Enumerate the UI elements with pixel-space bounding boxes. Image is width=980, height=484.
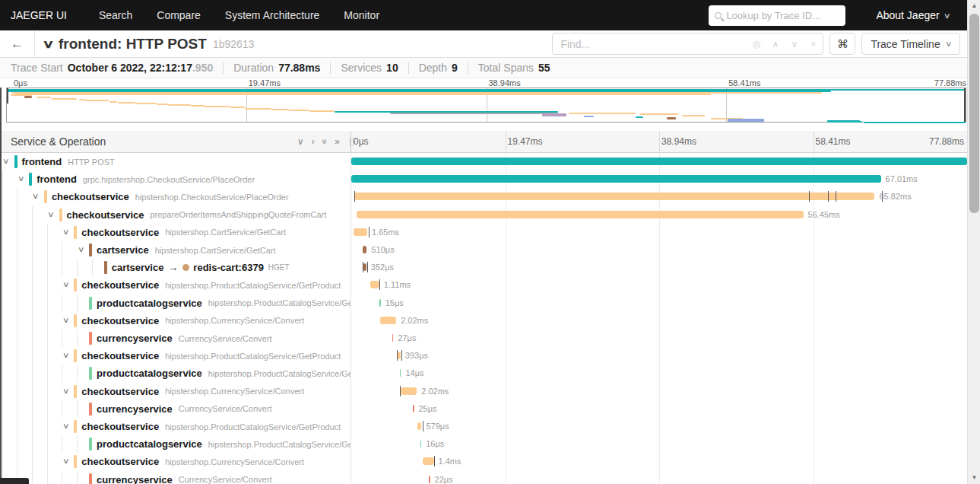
span-bar-cell[interactable]: 579μs — [351, 418, 967, 435]
span-bar-cell[interactable]: 22μs — [351, 471, 967, 484]
span-name-cell[interactable]: currencyserviceCurrencyService/Convert — [0, 330, 350, 347]
span-bar-cell[interactable]: 15μs — [351, 295, 967, 312]
collapse-one-icon[interactable]: ∨ — [297, 136, 304, 147]
scrollbar-thumb[interactable] — [969, 14, 979, 213]
span-name-cell[interactable]: ∨checkoutservicehipstershop.ProductCatal… — [0, 347, 350, 365]
span-expand-chevron-icon[interactable]: ∨ — [62, 351, 70, 359]
span-expand-chevron-icon[interactable]: ∨ — [62, 280, 70, 288]
span-row[interactable]: ∨checkoutservicehipstershop.CartService/… — [0, 224, 967, 241]
span-duration-bar[interactable] — [398, 352, 401, 359]
span-duration-bar[interactable] — [380, 317, 396, 324]
span-row[interactable]: ∨frontendgrpc.hipstershop.CheckoutServic… — [0, 170, 967, 188]
span-row[interactable]: ∨cartservicehipstershop.CartService/GetC… — [0, 241, 967, 259]
span-expand-chevron-icon[interactable]: ∨ — [62, 316, 70, 324]
span-name-cell[interactable]: ∨checkoutservicehipstershop.ProductCatal… — [0, 276, 350, 294]
about-jaeger-menu[interactable]: About Jaeger ∨ — [876, 9, 950, 21]
scroll-down-icon[interactable]: ▼ — [968, 473, 980, 483]
scroll-up-icon[interactable]: ▲ — [968, 1, 980, 11]
span-row[interactable]: cartservice→redis-cart:6379HGET352μs — [0, 259, 967, 276]
span-row[interactable]: productcatalogservicehipstershop.Product… — [0, 435, 967, 453]
span-expand-chevron-icon[interactable]: ∨ — [32, 192, 40, 200]
span-bar-cell[interactable]: 67.01ms — [351, 170, 967, 188]
span-duration-bar[interactable] — [363, 263, 366, 271]
span-row[interactable]: ∨checkoutservicehipstershop.CurrencyServ… — [0, 383, 967, 400]
span-duration-bar[interactable] — [413, 405, 414, 412]
span-row[interactable]: ∨checkoutservicehipstershop.CurrencyServ… — [0, 312, 967, 330]
span-duration-bar[interactable] — [429, 476, 430, 483]
nav-item-compare[interactable]: Compare — [144, 0, 213, 30]
span-bar-cell[interactable]: 25μs — [351, 400, 967, 418]
span-bar-cell[interactable]: 2.02ms — [351, 383, 967, 400]
span-name-cell[interactable]: ∨checkoutservicehipstershop.CartService/… — [0, 224, 350, 241]
trace-id-search[interactable] — [709, 5, 845, 26]
expand-all-icon[interactable]: » — [335, 136, 340, 147]
span-duration-bar[interactable] — [379, 299, 381, 307]
span-bar-cell[interactable]: 16μs — [351, 435, 967, 453]
span-duration-bar[interactable] — [423, 457, 434, 465]
span-row[interactable]: currencyserviceCurrencyService/Convert25… — [0, 400, 967, 418]
keyboard-shortcuts-button[interactable]: ⌘ — [829, 33, 855, 55]
span-bar-cell[interactable]: 56.45ms — [351, 206, 967, 224]
span-expand-chevron-icon[interactable]: ∨ — [2, 157, 10, 165]
span-row[interactable]: currencyserviceCurrencyService/Convert22… — [0, 471, 967, 484]
span-name-cell[interactable]: ∨checkoutservicehipstershop.CurrencyServ… — [0, 312, 350, 330]
span-duration-bar[interactable] — [420, 440, 422, 447]
span-name-cell[interactable]: productcatalogservicehipstershop.Product… — [0, 365, 350, 382]
span-row[interactable]: ∨checkoutservicehipstershop.ProductCatal… — [0, 276, 967, 294]
jaeger-logo[interactable]: JAEGER UI — [11, 9, 67, 21]
back-button[interactable]: ← — [0, 30, 35, 58]
find-input[interactable] — [553, 38, 747, 50]
span-name-cell[interactable]: currencyserviceCurrencyService/Convert — [0, 471, 350, 484]
span-name-cell[interactable]: cartservice→redis-cart:6379HGET — [0, 259, 350, 276]
vertical-scrollbar[interactable]: ▲ ▼ — [967, 0, 980, 484]
nav-item-search[interactable]: Search — [87, 0, 144, 30]
expand-one-icon[interactable]: › — [312, 136, 315, 147]
span-bar-cell[interactable]: 352μs — [351, 259, 967, 276]
span-row[interactable]: ∨checkoutservicehipstershop.ProductCatal… — [0, 347, 967, 365]
span-bar-cell[interactable]: 510μs — [351, 241, 967, 259]
span-name-cell[interactable]: ∨cartservicehipstershop.CartService/GetC… — [0, 241, 350, 259]
span-name-cell[interactable]: ∨frontendHTTP POST — [0, 153, 350, 170]
span-name-cell[interactable]: ∨checkoutserviceprepareOrderItemsAndShip… — [0, 206, 350, 224]
span-bar-cell[interactable]: 1.4ms — [351, 453, 967, 470]
span-duration-bar[interactable] — [354, 193, 874, 200]
span-expand-chevron-icon[interactable]: ∨ — [17, 174, 25, 183]
minimap-right-handle[interactable] — [964, 88, 966, 122]
span-bar-cell[interactable]: 393μs — [351, 347, 967, 365]
trace-view-selector[interactable]: Trace Timeline ∨ — [861, 33, 960, 55]
minimap-left-handle[interactable] — [7, 88, 8, 103]
span-expand-chevron-icon[interactable]: ∨ — [47, 210, 55, 218]
span-bar-cell[interactable]: 2.02ms — [351, 312, 967, 330]
span-bar-cell[interactable]: 27μs — [351, 330, 967, 347]
span-expand-chevron-icon[interactable]: ∨ — [62, 387, 70, 395]
span-expand-chevron-icon[interactable]: ∨ — [77, 245, 84, 253]
match-target-icon[interactable]: ◎ — [747, 39, 766, 49]
collapse-trace-chevron-icon[interactable]: ∨ — [42, 37, 54, 51]
span-duration-bar[interactable] — [400, 369, 401, 377]
span-duration-bar[interactable] — [392, 334, 394, 342]
span-expand-chevron-icon[interactable]: ∨ — [62, 228, 70, 236]
span-name-cell[interactable]: ∨checkoutservicehipstershop.CurrencyServ… — [0, 453, 350, 470]
span-name-cell[interactable]: ∨checkoutservicehipstershop.ProductCatal… — [0, 418, 350, 435]
next-match-icon[interactable]: ∨ — [785, 39, 804, 49]
span-duration-bar[interactable] — [354, 228, 367, 236]
span-expand-chevron-icon[interactable]: ∨ — [62, 422, 70, 430]
span-row[interactable]: ∨checkoutservicehipstershop.CurrencyServ… — [0, 453, 967, 470]
span-name-cell[interactable]: ∨frontendgrpc.hipstershop.CheckoutServic… — [0, 170, 350, 188]
trace-minimap[interactable] — [6, 88, 966, 123]
span-duration-bar[interactable] — [417, 422, 422, 430]
span-row[interactable]: ∨frontendHTTP POST — [0, 153, 967, 170]
span-row[interactable]: currencyserviceCurrencyService/Convert27… — [0, 330, 967, 347]
span-duration-bar[interactable] — [401, 387, 417, 395]
span-duration-bar[interactable] — [370, 281, 379, 288]
trace-id-search-input[interactable] — [726, 10, 839, 21]
span-name-cell[interactable]: productcatalogservicehipstershop.Product… — [0, 435, 350, 453]
span-bar-cell[interactable]: 1.11ms — [351, 276, 967, 294]
span-bar-cell[interactable] — [351, 153, 967, 170]
span-row[interactable]: ∨checkoutserviceprepareOrderItemsAndShip… — [0, 206, 967, 224]
span-duration-bar[interactable] — [351, 158, 967, 165]
span-name-cell[interactable]: ∨checkoutservicehipstershop.CurrencyServ… — [0, 383, 350, 400]
span-expand-chevron-icon[interactable]: ∨ — [62, 457, 70, 465]
collapse-all-icon[interactable]: » — [319, 139, 330, 145]
span-row[interactable]: productcatalogservicehipstershop.Product… — [0, 365, 967, 382]
